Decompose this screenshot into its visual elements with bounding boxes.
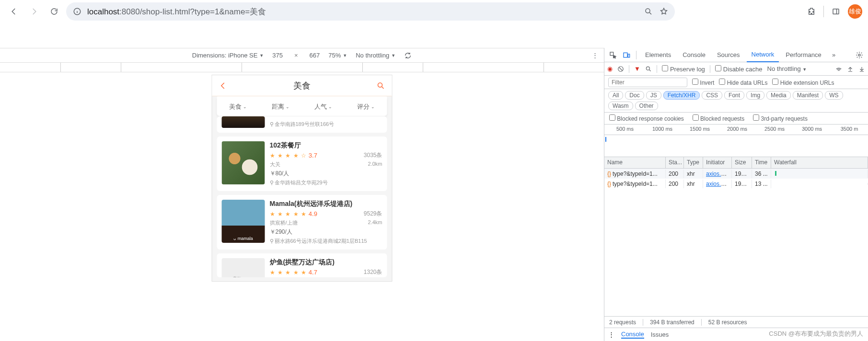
chip-wasm[interactable]: Wasm (608, 102, 633, 110)
device-width[interactable]: 375 (272, 52, 283, 59)
chip-doc[interactable]: Doc (625, 91, 644, 100)
request-row[interactable]: {}type?&typeId=1... 200xhr axios.mi... 1… (604, 169, 868, 179)
shop-image: ᴗ mamala (222, 200, 265, 243)
inspect-icon[interactable] (607, 49, 619, 61)
hide-ext-urls-checkbox[interactable]: Hide extension URLs (772, 79, 834, 86)
phone-viewport: 美食 美食 ⌄ 距离 ⌄ 人气 ⌄ 评分 ⌄ 金华南路189号丝联166号 (212, 75, 392, 281)
svg-rect-6 (628, 54, 629, 57)
svg-rect-5 (624, 53, 627, 57)
disable-cache-checkbox[interactable]: Disable cache (715, 65, 763, 73)
chip-other[interactable]: Other (635, 102, 658, 110)
tab-sources[interactable]: Sources (712, 48, 745, 62)
filter-rating[interactable]: 评分 ⌄ (357, 102, 375, 111)
bookmark-icon[interactable] (660, 7, 668, 16)
phone-header: 美食 (212, 75, 392, 96)
chip-manifest[interactable]: Manifest (793, 91, 823, 100)
third-party-checkbox[interactable]: 3rd-party requests (753, 114, 808, 122)
more-tabs-icon[interactable]: » (828, 49, 840, 61)
invert-checkbox[interactable]: Invert (692, 79, 714, 86)
stars-icon: ★ ★ ★ ★ ★ (270, 211, 307, 217)
tab-console[interactable]: Console (678, 48, 710, 62)
zoom-select[interactable]: 75% ▼ (328, 52, 347, 59)
clear-icon[interactable] (617, 66, 624, 72)
record-icon[interactable]: ◉ (607, 65, 613, 72)
zoom-icon[interactable] (644, 7, 653, 16)
network-conditions-icon[interactable] (835, 66, 842, 72)
svg-rect-2 (833, 9, 839, 14)
network-toolbar: ◉ ▼ Preserve log Disable cache No thrott… (604, 62, 868, 76)
resource-type-chips: All Doc JS Fetch/XHR CSS Font Img Media … (604, 89, 868, 113)
device-mode-icon[interactable] (621, 49, 632, 61)
address-bar[interactable]: localhost:8080/shop-list.html?type=1&nam… (66, 2, 675, 21)
ruler (0, 63, 604, 72)
shop-list[interactable]: 金华南路189号丝联166号 102茶餐厅 ★ ★ ★ ★ ☆3.73035条 … (212, 116, 392, 277)
filter-distance[interactable]: 距离 ⌄ (272, 102, 289, 111)
devtools-tabs: Elements Console Sources Network Perform… (604, 48, 868, 62)
blocked-requests-checkbox[interactable]: Blocked requests (693, 114, 744, 122)
device-toolbar: Dimensions: iPhone SE ▼ 375 × 667 75% ▼ … (0, 48, 604, 63)
hide-data-urls-checkbox[interactable]: Hide data URLs (719, 79, 767, 86)
chip-img[interactable]: Img (746, 91, 764, 100)
chip-ws[interactable]: WS (825, 91, 843, 100)
tab-performance[interactable]: Performance (781, 48, 826, 62)
network-filter-bar: Invert Hide data URLs Hide extension URL… (604, 76, 868, 89)
filter-category[interactable]: 美食 ⌄ (229, 102, 247, 111)
stars-icon: ★ ★ ★ ★ ☆ (270, 152, 307, 159)
chip-all[interactable]: All (608, 91, 623, 100)
waterfall-header[interactable]: 500 ms1000 ms1500 ms2000 ms2500 ms3000 m… (604, 125, 868, 135)
watermark: CSDN @布布要成为最负责的男人 (769, 330, 863, 338)
drawer-tab-issues[interactable]: Issues (651, 331, 669, 338)
back-icon[interactable] (219, 81, 228, 90)
preserve-log-checkbox[interactable]: Preserve log (662, 65, 705, 73)
tab-elements[interactable]: Elements (640, 48, 676, 62)
filter-bar: 美食 ⌄ 距离 ⌄ 人气 ⌄ 评分 ⌄ (217, 97, 387, 116)
responsive-viewport: Dimensions: iPhone SE ▼ 375 × 667 75% ▼ … (0, 48, 604, 341)
browser-toolbar: localhost:8080/shop-list.html?type=1&nam… (0, 0, 868, 23)
forward-button[interactable] (26, 3, 42, 20)
chip-fetchxhr[interactable]: Fetch/XHR (663, 91, 700, 100)
device-height[interactable]: 667 (310, 52, 320, 59)
shop-card[interactable]: 102茶餐厅 ★ ★ ★ ★ ☆3.73035条 大关2.0km ￥80/人 金… (217, 136, 387, 191)
throttle-select[interactable]: No throttling ▼ (356, 52, 395, 59)
network-extra-filters: Blocked response cookies Blocked request… (604, 113, 868, 125)
chip-js[interactable]: JS (646, 91, 661, 100)
back-button[interactable] (6, 3, 22, 20)
rotate-icon[interactable] (404, 52, 412, 59)
search-icon[interactable] (377, 81, 385, 90)
download-icon[interactable] (858, 66, 865, 72)
blocked-cookies-checkbox[interactable]: Blocked response cookies (609, 114, 684, 122)
settings-icon[interactable] (854, 49, 865, 61)
shop-card[interactable]: 庐气 LUYU 炉鱼(拱墅万达广场店) ★ ★ ★ ★ ★4.71320条 (217, 253, 387, 277)
shop-name: Mamala(杭州远洋乐堤港店) (270, 200, 382, 208)
drawer-menu-icon[interactable]: ⋮ (608, 331, 614, 338)
chip-media[interactable]: Media (766, 91, 791, 100)
drawer-tab-console[interactable]: Console (621, 330, 644, 339)
x-icon: × (291, 52, 301, 59)
filter-toggle-icon[interactable]: ▼ (634, 65, 640, 72)
devtools-panel: Elements Console Sources Network Perform… (604, 48, 868, 341)
reload-button[interactable] (46, 3, 62, 20)
upload-icon[interactable] (847, 66, 854, 72)
throttle-select[interactable]: No throttling ▼ (767, 65, 807, 72)
filter-input[interactable] (608, 78, 687, 87)
svg-point-7 (858, 54, 860, 56)
more-icon[interactable]: ⋮ (592, 52, 598, 59)
waterfall-overview[interactable] (604, 135, 868, 157)
site-info-icon[interactable] (73, 7, 81, 16)
network-table-header: NameSta...TypeInitiatorSizeTimeWaterfall (604, 157, 868, 169)
request-icon: {} (607, 170, 611, 177)
shop-image: 庐气 LUYU (222, 258, 265, 277)
device-select[interactable]: Dimensions: iPhone SE ▼ (192, 52, 264, 59)
filter-popularity[interactable]: 人气 ⌄ (314, 102, 332, 111)
search-icon[interactable] (645, 66, 652, 72)
url-text: localhost:8080/shop-list.html?type=1&nam… (87, 6, 266, 17)
shop-card[interactable]: 金华南路189号丝联166号 (217, 116, 387, 133)
tab-network[interactable]: Network (747, 48, 779, 62)
profile-avatar[interactable]: 雄俊 (848, 4, 862, 19)
chip-font[interactable]: Font (724, 91, 744, 100)
request-row[interactable]: {}type?&typeId=1... 200xhr axios.mi... 1… (604, 179, 868, 189)
side-panel-icon[interactable] (828, 3, 844, 20)
chip-css[interactable]: CSS (702, 91, 722, 100)
extensions-icon[interactable] (803, 3, 820, 20)
shop-card[interactable]: ᴗ mamala Mamala(杭州远洋乐堤港店) ★ ★ ★ ★ ★4.995… (217, 195, 387, 250)
